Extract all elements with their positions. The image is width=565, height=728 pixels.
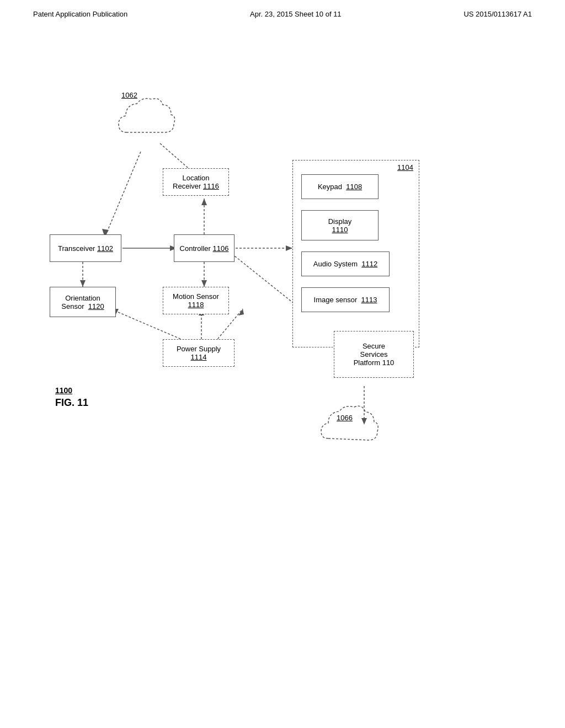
device-box-ref: 1104 (397, 163, 413, 172)
cloud-top: 1062 (116, 88, 177, 151)
motion-sensor-box: Motion Sensor 1118 (163, 287, 229, 314)
transceiver-box: Transceiver 1102 (50, 234, 121, 262)
header-middle: Apr. 23, 2015 Sheet 10 of 11 (250, 10, 342, 18)
figure-number-label: 1100 FIG. 11 (55, 386, 88, 409)
svg-marker-9 (286, 245, 292, 251)
figure-label: FIG. 11 (55, 397, 88, 409)
display-label: Display1110 (328, 217, 352, 234)
orientation-sensor-label: OrientationSensor 1120 (61, 294, 104, 311)
diagram-title-number: 1100 (55, 386, 88, 395)
image-sensor-box: Image sensor 1113 (301, 287, 390, 312)
svg-marker-7 (201, 280, 207, 287)
controller-box: Controller 1106 (174, 234, 234, 262)
secure-services-box: SecureServicesPlatform 110 (334, 331, 414, 378)
location-receiver-label: LocationReceiver 1116 (173, 174, 219, 190)
power-supply-box: Power Supply1114 (163, 339, 234, 367)
controller-label: Controller 1106 (180, 244, 229, 253)
secure-services-label: SecureServicesPlatform 110 (354, 342, 395, 367)
svg-line-0 (105, 152, 141, 237)
keypad-box: Keypad 1108 (301, 174, 379, 199)
cloud-bottom: 1066 (320, 397, 381, 454)
cloud-bottom-label: 1066 (337, 414, 353, 422)
diagram-area: 1062 Transceiver 1102 LocationReceiver 1… (0, 72, 565, 623)
svg-marker-17 (238, 309, 244, 315)
header-left: Patent Application Publication (33, 10, 127, 18)
motion-sensor-label: Motion Sensor 1118 (168, 292, 224, 309)
display-box: Display1110 (301, 210, 379, 240)
svg-marker-11 (80, 280, 86, 287)
orientation-sensor-box: OrientationSensor 1120 (50, 287, 116, 317)
header-right: US 2015/0113617 A1 (463, 10, 532, 18)
audio-system-label: Audio System 1112 (313, 260, 377, 268)
cloud-top-label: 1062 (121, 91, 137, 99)
keypad-label: Keypad 1108 (318, 183, 362, 191)
location-receiver-box: LocationReceiver 1116 (163, 168, 229, 196)
audio-system-box: Audio System 1112 (301, 251, 390, 276)
diagram-arrows (0, 72, 565, 623)
image-sensor-label: Image sensor 1113 (314, 296, 377, 304)
power-supply-label: Power Supply1114 (177, 345, 221, 361)
page-header: Patent Application Publication Apr. 23, … (0, 0, 565, 18)
device-outer-box: 1104 Keypad 1108 Display1110 Audio Syste… (292, 160, 419, 347)
transceiver-label: Transceiver 1102 (58, 244, 113, 253)
svg-marker-5 (201, 199, 207, 205)
